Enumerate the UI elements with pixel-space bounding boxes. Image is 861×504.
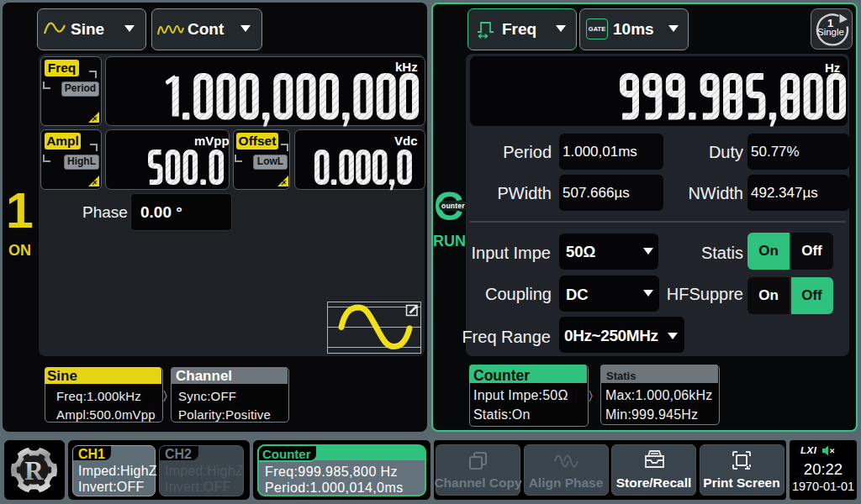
svg-text:R: R [24, 456, 44, 486]
